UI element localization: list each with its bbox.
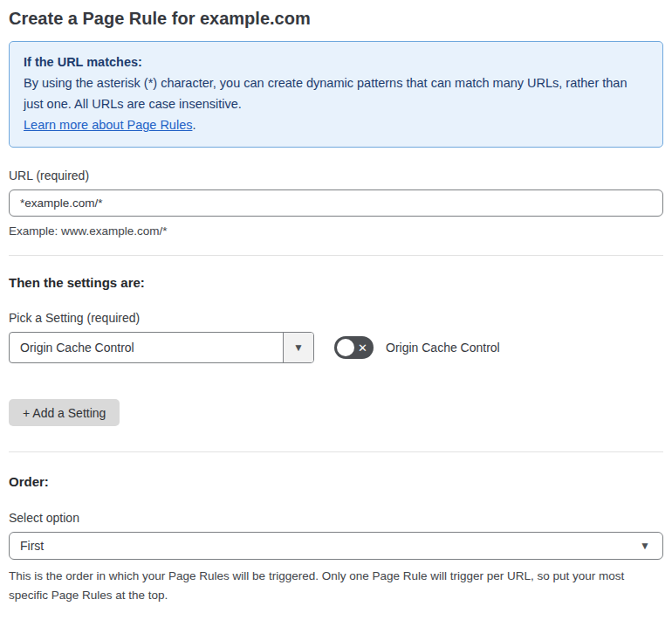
create-page-rule-form: Create a Page Rule for example.com If th… — [0, 0, 672, 620]
url-field-label: URL (required) — [9, 169, 663, 183]
learn-more-link[interactable]: Learn more about Page Rules — [24, 118, 192, 132]
divider — [9, 451, 663, 452]
settings-section-heading: Then the settings are: — [9, 275, 663, 290]
info-box-link-line: Learn more about Page Rules. — [24, 114, 648, 135]
toggle-setting-label: Origin Cache Control — [386, 341, 500, 355]
caret-down-icon: ▼ — [293, 341, 304, 354]
order-select[interactable]: First ▼ — [9, 532, 663, 560]
url-example-helper: Example: www.example.com/* — [9, 223, 663, 240]
setting-select-caret-button[interactable]: ▼ — [283, 333, 313, 362]
toggle-knob — [337, 339, 354, 356]
link-suffix: . — [192, 118, 195, 132]
order-section-heading: Order: — [9, 474, 663, 489]
info-box-heading: If the URL matches: — [24, 52, 648, 72]
order-select-value: First — [10, 539, 640, 553]
toggle-off-x-icon: ✕ — [358, 342, 367, 354]
info-box-body: By using the asterisk (*) character, you… — [24, 72, 648, 114]
page-title: Create a Page Rule for example.com — [9, 7, 663, 30]
divider — [9, 255, 663, 256]
add-setting-button[interactable]: + Add a Setting — [9, 399, 120, 426]
caret-down-icon: ▼ — [640, 540, 662, 552]
setting-select-value: Origin Cache Control — [10, 333, 283, 362]
url-match-info-box: If the URL matches: By using the asteris… — [9, 41, 663, 148]
url-input[interactable] — [9, 189, 663, 217]
order-helper-text: This is the order in which your Page Rul… — [9, 567, 656, 605]
setting-row: Origin Cache Control ▼ ✕ Origin Cache Co… — [9, 332, 663, 363]
pick-setting-label: Pick a Setting (required) — [9, 311, 663, 325]
setting-select[interactable]: Origin Cache Control ▼ — [9, 332, 314, 363]
origin-cache-control-toggle[interactable]: ✕ — [334, 336, 374, 359]
order-select-label: Select option — [9, 511, 663, 525]
